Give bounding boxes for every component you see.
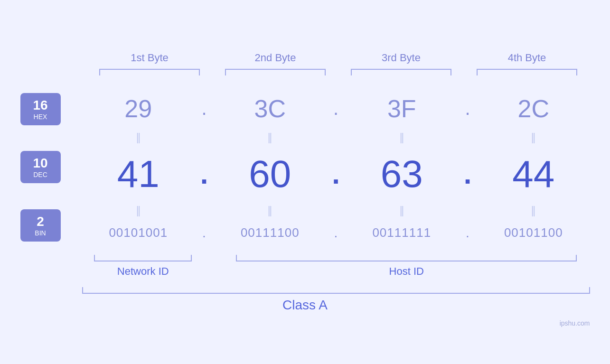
bin-value-1: 00101001	[82, 225, 195, 240]
hex-value-1: 29	[82, 94, 195, 123]
dec-dot-3: .	[458, 158, 477, 190]
bottom-labels: Network ID Host ID	[82, 265, 590, 278]
sep-b1: ‖	[82, 205, 195, 216]
byte-header-4: 4th Byte	[464, 52, 590, 64]
sep-1: ‖	[82, 132, 195, 143]
bin-badge: 2 BIN	[20, 209, 61, 242]
hex-dot-1: .	[195, 98, 214, 119]
top-bracket-2	[213, 69, 338, 75]
top-bracket-line-4	[477, 69, 577, 75]
class-bracket	[82, 287, 590, 294]
host-id-label: Host ID	[223, 265, 590, 278]
watermark: ipshu.com	[560, 319, 590, 327]
byte-header-2: 2nd Byte	[213, 52, 338, 64]
network-bracket	[94, 255, 192, 261]
sep-4: ‖	[477, 132, 590, 143]
byte-headers: 1st Byte 2nd Byte 3rd Byte 4th Byte	[87, 52, 590, 64]
hex-base-num: 16	[28, 98, 54, 113]
bottom-brackets	[82, 255, 590, 261]
dec-value-1: 41	[82, 152, 195, 196]
sep-2: ‖	[214, 132, 327, 143]
top-bracket-line-3	[351, 69, 451, 75]
sep-dec-bin: ‖ ‖ ‖ ‖	[82, 205, 590, 216]
sep-b2: ‖	[214, 205, 327, 216]
sep-dot-b1	[195, 205, 214, 216]
sep-b3: ‖	[346, 205, 459, 216]
hex-row: 29 . 3C . 3F . 2C	[82, 85, 590, 132]
top-bracket-3	[338, 69, 464, 75]
bin-value-2: 00111100	[214, 225, 327, 240]
sep-dot-1	[195, 132, 214, 143]
class-label: Class A	[20, 298, 590, 313]
bracket-gap	[204, 255, 223, 261]
top-bracket-line-2	[225, 69, 326, 75]
bin-base-num: 2	[28, 214, 54, 229]
dec-base-num: 10	[28, 156, 54, 171]
bin-dot-3: .	[458, 225, 477, 241]
hex-base-label: HEX	[28, 113, 54, 121]
bin-base-label: BIN	[28, 229, 54, 237]
hex-value-4: 2C	[477, 94, 590, 123]
dec-value-4: 44	[477, 152, 590, 196]
bin-dot-2: .	[327, 225, 346, 241]
sep-b4: ‖	[477, 205, 590, 216]
sep-dot-b2	[327, 205, 346, 216]
label-gap	[204, 265, 223, 278]
hex-dot-2: .	[327, 98, 346, 119]
bin-value-4: 00101100	[477, 225, 590, 240]
main-container: 1st Byte 2nd Byte 3rd Byte 4th Byte 16 H…	[20, 52, 590, 313]
network-id-label: Network ID	[82, 265, 205, 278]
dec-dot-2: .	[327, 158, 346, 190]
bin-value-3: 00111111	[346, 225, 459, 240]
byte-header-3: 3rd Byte	[338, 52, 464, 64]
host-bracket	[236, 255, 577, 261]
bottom-section: Network ID Host ID	[82, 255, 590, 278]
dec-base-label: DEC	[28, 171, 54, 178]
host-bracket-wrap	[223, 255, 590, 261]
main-area: 16 HEX 10 DEC 2 BIN 29 .	[20, 85, 590, 250]
hex-value-2: 3C	[214, 94, 327, 123]
network-bracket-wrap	[82, 255, 205, 261]
class-section: Class A	[20, 287, 590, 313]
bin-dot-1: .	[195, 225, 214, 241]
sep-3: ‖	[346, 132, 459, 143]
hex-dot-3: .	[458, 98, 477, 119]
bin-row: 00101001 . 00111100 . 00111111 .	[82, 216, 590, 250]
dec-value-3: 63	[346, 152, 459, 196]
dec-dot-1: .	[195, 158, 214, 190]
top-bracket-1	[87, 69, 213, 75]
hex-value-3: 3F	[346, 94, 459, 123]
dec-value-2: 60	[214, 152, 327, 196]
base-labels: 16 HEX 10 DEC 2 BIN	[20, 85, 82, 250]
top-brackets	[87, 69, 590, 75]
dec-row: 41 . 60 . 63 . 44	[82, 143, 590, 205]
sep-hex-dec: ‖ ‖ ‖ ‖	[82, 132, 590, 143]
rows-area: 29 . 3C . 3F . 2C	[82, 85, 590, 250]
dec-badge: 10 DEC	[20, 151, 61, 183]
top-bracket-line-1	[99, 69, 200, 75]
sep-dot-b3	[458, 205, 477, 216]
hex-badge: 16 HEX	[20, 93, 61, 125]
top-bracket-4	[464, 69, 590, 75]
sep-dot-3	[458, 132, 477, 143]
byte-header-1: 1st Byte	[87, 52, 213, 64]
sep-dot-2	[327, 132, 346, 143]
